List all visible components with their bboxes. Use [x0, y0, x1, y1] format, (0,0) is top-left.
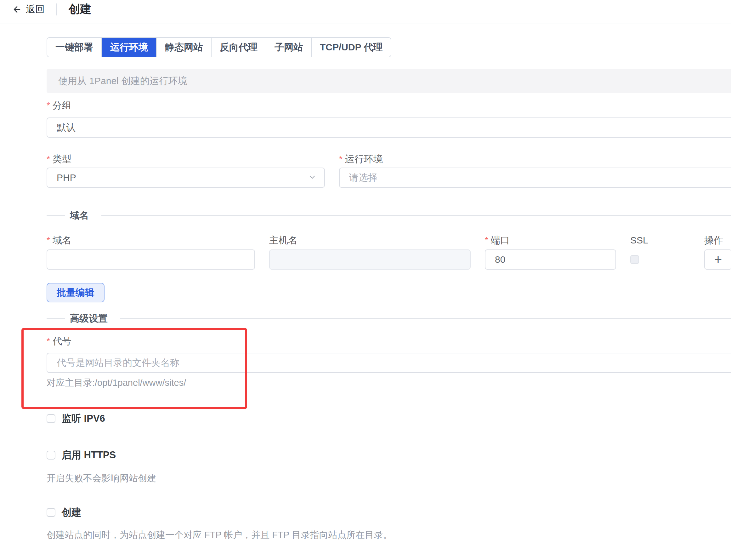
runtime-label: * 运行环境	[339, 154, 731, 164]
tab-reverse-proxy[interactable]: 反向代理	[212, 38, 266, 57]
divider-line	[101, 215, 731, 216]
tab-subsite[interactable]: 子网站	[266, 38, 312, 57]
ftp-label: 创建	[62, 507, 81, 518]
ssl-checkbox	[630, 255, 639, 264]
domain-input[interactable]	[47, 249, 255, 270]
required-mark: *	[339, 154, 343, 164]
page-title: 创建	[69, 2, 91, 17]
divider-dash	[47, 215, 65, 216]
code-helper-text: 对应主目录:/opt/1panel/www/sites/	[47, 378, 731, 387]
batch-edit-button[interactable]: 批量编辑	[47, 283, 105, 302]
https-checkbox[interactable]	[47, 451, 55, 460]
type-label: * 类型	[47, 154, 325, 164]
required-mark: *	[47, 101, 50, 110]
port-input[interactable]	[485, 249, 616, 270]
ftp-checkbox[interactable]	[47, 508, 55, 517]
group-select-input[interactable]	[47, 117, 731, 138]
code-input[interactable]	[47, 353, 731, 373]
ipv6-checkbox[interactable]	[47, 414, 55, 423]
back-label: 返回	[26, 3, 45, 16]
required-mark: *	[47, 236, 50, 245]
tab-one-click-deploy[interactable]: 一键部署	[47, 38, 102, 57]
type-select[interactable]	[47, 168, 325, 188]
ftp-option-row: 创建	[47, 507, 731, 518]
back-button[interactable]: 返回	[11, 3, 45, 16]
tab-runtime[interactable]: 运行环境	[102, 38, 157, 57]
tab-static-site[interactable]: 静态网站	[157, 38, 212, 57]
ssl-column-header: SSL	[630, 236, 690, 245]
https-helper-text: 开启失败不会影响网站创建	[47, 473, 731, 483]
required-mark: *	[485, 236, 488, 245]
divider-line	[120, 318, 731, 319]
tab-tcp-udp-proxy[interactable]: TCP/UDP 代理	[312, 38, 391, 57]
group-select[interactable]	[47, 117, 731, 138]
ipv6-label: 监听 IPV6	[62, 413, 105, 424]
domain-section-divider: 域名	[47, 211, 731, 220]
domain-section-title: 域名	[70, 209, 89, 222]
type-select-input[interactable]	[47, 168, 325, 188]
runtime-select-input[interactable]	[339, 168, 731, 188]
runtime-select[interactable]	[339, 168, 731, 188]
ipv6-option-row: 监听 IPV6	[47, 413, 731, 424]
https-option-row: 启用 HTTPS	[47, 449, 731, 461]
host-column-header: 主机名	[269, 236, 471, 245]
action-column-header: 操作	[704, 236, 731, 245]
page-header: 返回 创建	[0, 0, 731, 24]
back-arrow-icon	[11, 4, 21, 15]
advanced-section-title: 高级设置	[70, 312, 108, 325]
ftp-helper-text: 创建站点的同时，为站点创建一个对应 FTP 帐户，并且 FTP 目录指向站点所在…	[47, 530, 731, 540]
add-domain-row-button[interactable]: +	[704, 249, 731, 270]
https-label: 启用 HTTPS	[62, 449, 116, 461]
plus-icon: +	[714, 252, 722, 267]
domain-column-header: * 域名	[47, 236, 255, 245]
divider-dash	[47, 318, 65, 319]
runtime-info-banner: 使用从 1Panel 创建的运行环境	[47, 69, 731, 93]
domain-table-row: +	[47, 249, 731, 270]
required-mark: *	[47, 154, 50, 164]
host-input	[269, 249, 471, 270]
required-mark: *	[47, 336, 50, 346]
group-label: * 分组	[47, 101, 731, 110]
advanced-section-divider: 高级设置	[47, 314, 731, 323]
code-label: * 代号	[47, 336, 731, 346]
header-divider	[56, 3, 57, 15]
chevron-down-icon	[308, 173, 317, 183]
create-form: 一键部署 运行环境 静态网站 反向代理 子网站 TCP/UDP 代理 使用从 1…	[47, 24, 731, 540]
site-type-tabs: 一键部署 运行环境 静态网站 反向代理 子网站 TCP/UDP 代理	[47, 37, 391, 57]
port-column-header: * 端口	[485, 236, 616, 245]
